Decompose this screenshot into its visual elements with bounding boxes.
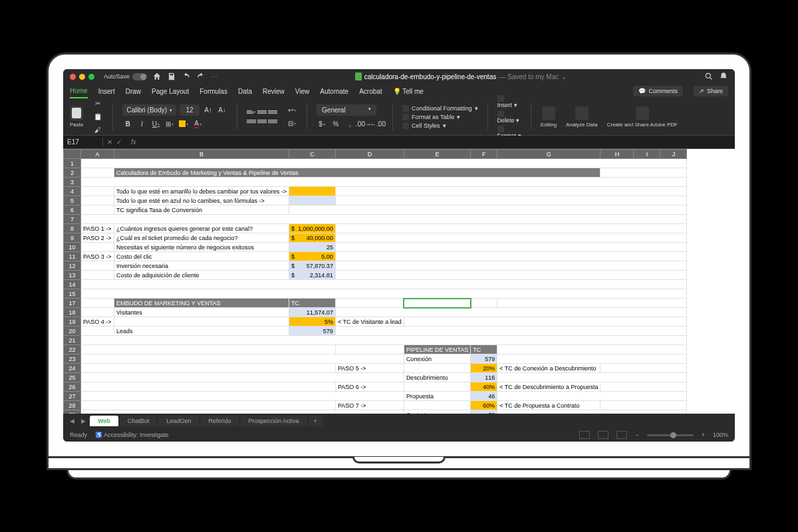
row-header[interactable]: 12 <box>64 261 81 271</box>
cell[interactable]: 60% <box>471 401 497 410</box>
col-header[interactable]: E <box>404 150 470 159</box>
cell[interactable]: $1,000,000.00 <box>289 224 335 233</box>
cell[interactable]: 25 <box>289 243 335 252</box>
accessibility-status[interactable]: ♿ Accessibility: Investigate <box>95 432 169 438</box>
cut-icon[interactable]: ✂ <box>92 98 103 109</box>
sheet-tab-prospeccion[interactable]: Prospección Activa <box>240 416 307 426</box>
cell[interactable] <box>289 187 335 196</box>
align-top-left[interactable] <box>247 108 256 116</box>
decrease-decimal-button[interactable]: ←.00 <box>372 118 383 129</box>
zoom-out-button[interactable]: − <box>635 432 638 438</box>
cell[interactable]: Todo lo que esté en amarillo lo debes ca… <box>114 187 289 196</box>
row-header[interactable]: 23 <box>64 354 81 364</box>
row-header[interactable]: 26 <box>64 382 81 392</box>
col-header[interactable]: H <box>600 150 634 159</box>
row-header[interactable]: 5 <box>64 196 81 205</box>
col-header[interactable]: G <box>497 150 600 159</box>
row-header[interactable]: 14 <box>64 280 81 289</box>
percent-button[interactable]: % <box>331 118 341 129</box>
sheet-tab-chatbot[interactable]: ChatBot <box>120 416 158 426</box>
sheet-tab-web[interactable]: Web <box>90 416 118 426</box>
tab-formulas[interactable]: Formulas <box>200 85 227 98</box>
cell[interactable]: 11,574.07 <box>289 308 335 317</box>
cancel-icon[interactable]: ✕ <box>107 138 112 146</box>
zoom-in-button[interactable]: + <box>702 432 705 438</box>
tab-data[interactable]: Data <box>238 85 252 98</box>
copy-icon[interactable]: 📋 <box>92 112 103 122</box>
confirm-icon[interactable]: ✓ <box>116 138 122 146</box>
notification-icon[interactable] <box>719 72 728 81</box>
row-header[interactable]: 27 <box>64 392 81 401</box>
align-bottom-right[interactable] <box>268 118 277 126</box>
row-header[interactable]: 3 <box>64 178 81 187</box>
cell[interactable]: $40,000.00 <box>289 233 335 243</box>
tab-page-layout[interactable]: Page Layout <box>152 85 189 98</box>
format-painter-icon[interactable]: 🖌 <box>92 125 103 136</box>
wrap-text-button[interactable]: ↩▾ <box>287 105 297 116</box>
cell[interactable]: 5% <box>289 317 335 327</box>
tab-view[interactable]: View <box>295 85 310 98</box>
cell[interactable]: PASO 4 -> <box>81 317 114 327</box>
comments-button[interactable]: 💬 Comments <box>633 86 683 96</box>
cell[interactable]: 579 <box>289 327 335 336</box>
col-header[interactable]: I <box>634 150 660 159</box>
cell[interactable]: Necesitas el siguiente número de negocio… <box>114 243 289 252</box>
sheet-tab-leadgen[interactable]: LeadGen <box>158 416 199 426</box>
tab-draw[interactable]: Draw <box>126 85 141 98</box>
cell[interactable]: PIPELINE DE VENTAS <box>404 345 470 354</box>
row-header[interactable]: 24 <box>64 364 81 373</box>
maximize-window-icon[interactable] <box>88 74 94 80</box>
number-format-select[interactable]: General▾ <box>317 104 376 116</box>
select-all-button[interactable] <box>64 150 81 159</box>
align-top-center[interactable] <box>257 108 267 116</box>
cell[interactable]: Propuesta <box>404 392 470 401</box>
row-header[interactable]: 13 <box>64 271 81 280</box>
paste-button[interactable]: Paste <box>70 106 83 128</box>
cell[interactable]: PASO 2 -> <box>81 233 114 243</box>
row-header[interactable]: 28 <box>64 401 81 410</box>
cell[interactable]: Conexión <box>404 354 470 364</box>
border-button[interactable]: ⊞▾ <box>164 118 175 129</box>
cell[interactable]: PASO 5 -> <box>335 364 404 373</box>
cell[interactable]: TC <box>289 299 335 308</box>
undo-icon[interactable] <box>182 72 191 81</box>
increase-font-icon[interactable]: A↑ <box>203 105 213 116</box>
more-icon[interactable]: ⋯ <box>211 73 217 80</box>
name-box[interactable]: E17 <box>63 137 103 147</box>
cell[interactable]: < TC de Visitante a lead <box>335 317 404 327</box>
close-window-icon[interactable] <box>70 74 76 80</box>
decrease-font-icon[interactable]: A↓ <box>217 105 227 116</box>
row-header[interactable]: 29 <box>64 410 81 414</box>
fx-icon[interactable]: fx <box>126 138 142 146</box>
cell[interactable]: < TC de Descubrimiento a Propuesta <box>497 382 600 392</box>
tab-next-icon[interactable]: ▶ <box>78 418 88 424</box>
page-break-view-button[interactable] <box>616 431 627 439</box>
autosave-toggle[interactable]: AutoSave <box>104 73 147 80</box>
home-icon[interactable] <box>152 72 162 81</box>
row-header[interactable]: 4 <box>64 187 81 196</box>
tab-acrobat[interactable]: Acrobat <box>359 85 382 98</box>
align-bottom-center[interactable] <box>257 118 267 126</box>
cell[interactable]: Visitantes <box>114 308 289 317</box>
align-top-right[interactable] <box>268 108 277 116</box>
cell[interactable]: TC <box>471 345 497 354</box>
cell[interactable]: Costo del clic <box>114 252 289 261</box>
row-header[interactable]: 19 <box>64 317 81 327</box>
cell[interactable]: Contrato <box>404 410 470 414</box>
col-header[interactable]: F <box>471 150 497 159</box>
sheet-tab-referido[interactable]: Referido <box>200 416 239 426</box>
search-icon[interactable] <box>704 72 714 81</box>
cell-styles-button[interactable]: Cell Styles ▾ <box>402 122 478 129</box>
increase-decimal-button[interactable]: .00→ <box>358 118 369 129</box>
redo-icon[interactable] <box>196 72 205 81</box>
fill-color-button[interactable]: ▾ <box>178 118 189 129</box>
normal-view-button[interactable] <box>579 431 590 439</box>
save-icon[interactable] <box>167 72 176 81</box>
cell[interactable]: ¿Cuántos ingresos quieres generar por es… <box>114 224 289 233</box>
font-family-select[interactable]: Calibri (Body)▾ <box>122 104 176 116</box>
row-header[interactable]: 22 <box>64 345 81 354</box>
page-layout-view-button[interactable] <box>598 431 608 439</box>
col-header[interactable]: C <box>289 150 335 159</box>
cell[interactable]: Costo de adquisición de cliente <box>114 271 289 280</box>
cell[interactable]: 20% <box>471 364 497 373</box>
